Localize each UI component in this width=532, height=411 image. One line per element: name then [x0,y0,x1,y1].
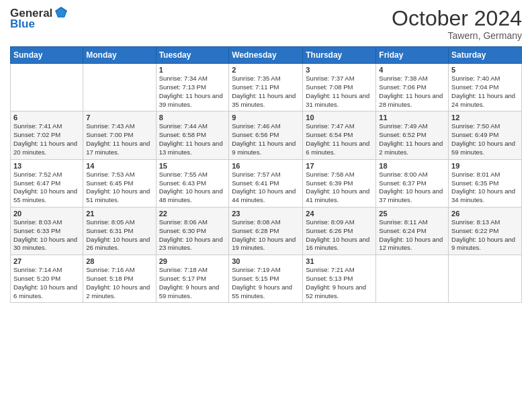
calendar-cell: 14Sunrise: 7:53 AMSunset: 6:45 PMDayligh… [83,159,156,207]
calendar-week-2: 6Sunrise: 7:41 AMSunset: 7:02 PMDaylight… [11,111,522,159]
day-info: Sunrise: 8:08 AMSunset: 6:28 PMDaylight:… [232,218,300,253]
day-number: 4 [379,66,445,74]
calendar-week-5: 27Sunrise: 7:14 AMSunset: 5:20 PMDayligh… [11,255,522,303]
sunset-text: Sunset: 6:41 PM [232,179,279,187]
sunrise-text: Sunrise: 7:16 AM [86,266,134,273]
daylight-text: Daylight: 11 hours and 31 minutes. [306,92,369,108]
col-thursday: Thursday [303,47,376,64]
logo-flag-icon [54,5,69,20]
calendar-cell [11,64,83,111]
calendar-cell: 13Sunrise: 7:52 AMSunset: 6:47 PMDayligh… [11,159,83,207]
page: General Blue October 2024 Tawern, German… [0,0,532,411]
col-wednesday: Wednesday [229,47,303,64]
day-number: 2 [232,66,300,74]
daylight-text: Daylight: 10 hours and 16 minutes. [306,236,369,252]
day-info: Sunrise: 7:44 AMSunset: 6:58 PMDaylight:… [159,122,226,156]
day-number: 17 [306,162,373,170]
col-saturday: Saturday [449,47,522,64]
col-friday: Friday [376,47,449,64]
calendar-cell: 20Sunrise: 8:03 AMSunset: 6:33 PMDayligh… [11,207,83,255]
day-info: Sunrise: 7:40 AMSunset: 7:04 PMDaylight:… [451,75,519,109]
calendar-cell: 3Sunrise: 7:37 AMSunset: 7:08 PMDaylight… [303,64,376,111]
calendar-cell: 29Sunrise: 7:18 AMSunset: 5:17 PMDayligh… [156,255,229,303]
sunrise-text: Sunrise: 7:35 AM [232,75,280,82]
calendar-cell: 21Sunrise: 8:05 AMSunset: 6:31 PMDayligh… [83,207,156,255]
calendar-header-row: Sunday Monday Tuesday Wednesday Thursday… [11,47,522,64]
sunrise-text: Sunrise: 7:53 AM [86,171,134,178]
day-info: Sunrise: 7:14 AMSunset: 5:20 PMDaylight:… [13,266,80,300]
sunrise-text: Sunrise: 7:19 AM [232,266,280,273]
sunset-text: Sunset: 6:45 PM [86,179,133,187]
calendar-cell: 26Sunrise: 8:13 AMSunset: 6:22 PMDayligh… [449,207,522,255]
calendar-cell: 5Sunrise: 7:40 AMSunset: 7:04 PMDaylight… [449,64,522,111]
day-number: 23 [232,210,300,218]
logo-blue-text: Blue [10,17,35,31]
sunset-text: Sunset: 6:28 PM [232,227,279,234]
sunrise-text: Sunrise: 7:44 AM [159,122,208,130]
sunrise-text: Sunrise: 8:03 AM [13,218,62,226]
calendar-cell: 11Sunrise: 7:49 AMSunset: 6:52 PMDayligh… [376,111,449,159]
calendar-cell: 16Sunrise: 7:57 AMSunset: 6:41 PMDayligh… [229,159,303,207]
sunset-text: Sunset: 7:08 PM [306,83,353,91]
sunrise-text: Sunrise: 7:55 AM [159,171,208,178]
sunrise-text: Sunrise: 7:57 AM [232,171,280,178]
sunrise-text: Sunrise: 8:13 AM [451,218,500,226]
sunset-text: Sunset: 7:02 PM [13,131,60,138]
calendar-cell: 17Sunrise: 7:58 AMSunset: 6:39 PMDayligh… [303,159,376,207]
sunrise-text: Sunrise: 7:52 AM [13,171,62,178]
day-number: 12 [451,113,519,122]
calendar-cell [83,64,156,111]
sunrise-text: Sunrise: 7:14 AM [13,266,62,273]
daylight-text: Daylight: 11 hours and 24 minutes. [451,92,515,108]
sunset-text: Sunset: 5:15 PM [232,275,279,282]
daylight-text: Daylight: 10 hours and 37 minutes. [379,187,443,203]
calendar-table: Sunday Monday Tuesday Wednesday Thursday… [10,46,522,303]
sunrise-text: Sunrise: 7:49 AM [379,122,427,130]
day-number: 14 [86,162,152,170]
daylight-text: Daylight: 10 hours and 44 minutes. [232,187,296,203]
day-info: Sunrise: 7:19 AMSunset: 5:15 PMDaylight:… [232,266,300,300]
day-number: 15 [159,162,226,170]
day-info: Sunrise: 7:21 AMSunset: 5:13 PMDaylight:… [306,266,373,300]
calendar-cell: 15Sunrise: 7:55 AMSunset: 6:43 PMDayligh… [156,159,229,207]
month-title: October 2024 [392,7,522,30]
header: General Blue October 2024 Tawern, German… [10,7,522,41]
calendar-cell: 2Sunrise: 7:35 AMSunset: 7:11 PMDaylight… [229,64,303,111]
day-number: 21 [86,210,152,218]
daylight-text: Daylight: 10 hours and 55 minutes. [13,187,77,203]
daylight-text: Daylight: 10 hours and 19 minutes. [232,236,296,252]
calendar-cell: 24Sunrise: 8:09 AMSunset: 6:26 PMDayligh… [303,207,376,255]
day-info: Sunrise: 7:49 AMSunset: 6:52 PMDaylight:… [379,122,445,156]
sunset-text: Sunset: 6:24 PM [379,227,426,234]
calendar-cell: 25Sunrise: 8:11 AMSunset: 6:24 PMDayligh… [376,207,449,255]
day-info: Sunrise: 7:38 AMSunset: 7:06 PMDaylight:… [379,75,445,109]
day-number: 1 [159,66,226,74]
day-info: Sunrise: 8:05 AMSunset: 6:31 PMDaylight:… [86,218,152,253]
day-info: Sunrise: 7:35 AMSunset: 7:11 PMDaylight:… [232,75,300,109]
logo: General Blue [10,7,69,31]
day-info: Sunrise: 8:01 AMSunset: 6:35 PMDaylight:… [451,171,519,205]
day-number: 20 [13,210,80,218]
daylight-text: Daylight: 11 hours and 35 minutes. [232,92,296,108]
daylight-text: Daylight: 10 hours and 2 minutes. [86,283,150,300]
sunset-text: Sunset: 5:18 PM [86,275,133,282]
daylight-text: Daylight: 11 hours and 17 minutes. [86,140,150,156]
title-block: October 2024 Tawern, Germany [392,7,522,41]
sunset-text: Sunset: 7:11 PM [232,83,279,91]
calendar-cell: 10Sunrise: 7:47 AMSunset: 6:54 PMDayligh… [303,111,376,159]
sunrise-text: Sunrise: 7:47 AM [306,122,354,130]
sunset-text: Sunset: 6:22 PM [451,227,498,234]
calendar-cell: 8Sunrise: 7:44 AMSunset: 6:58 PMDaylight… [156,111,229,159]
daylight-text: Daylight: 10 hours and 41 minutes. [306,187,369,203]
day-number: 22 [159,210,226,218]
day-info: Sunrise: 7:18 AMSunset: 5:17 PMDaylight:… [159,266,226,300]
daylight-text: Daylight: 11 hours and 13 minutes. [159,140,223,156]
day-info: Sunrise: 7:53 AMSunset: 6:45 PMDaylight:… [86,171,152,205]
calendar-cell: 28Sunrise: 7:16 AMSunset: 5:18 PMDayligh… [83,255,156,303]
calendar-cell: 1Sunrise: 7:34 AMSunset: 7:13 PMDaylight… [156,64,229,111]
calendar-cell: 19Sunrise: 8:01 AMSunset: 6:35 PMDayligh… [449,159,522,207]
daylight-text: Daylight: 11 hours and 20 minutes. [13,140,77,156]
day-info: Sunrise: 7:43 AMSunset: 7:00 PMDaylight:… [86,122,152,156]
col-sunday: Sunday [11,47,83,64]
calendar-cell: 23Sunrise: 8:08 AMSunset: 6:28 PMDayligh… [229,207,303,255]
